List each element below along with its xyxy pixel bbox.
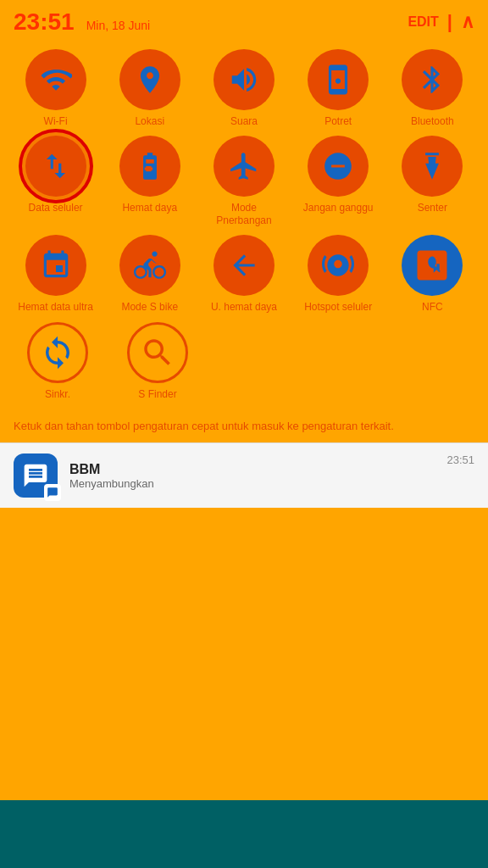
qs-row-2: Data seluler Hemat daya Mode Pnerbangan [8, 136, 480, 226]
qs-label-mode-sbike: Mode S bike [121, 301, 178, 313]
airplane-icon [228, 150, 260, 182]
qs-label-hemat-data-ultra: Hemat data ultra [18, 301, 93, 313]
qs-item-sinkr[interactable]: Sinkr. [17, 322, 98, 400]
qs-label-nfc: NFC [422, 301, 443, 313]
notif-title: BBM [69, 462, 435, 477]
qs-label-hotspot-seluler: Hotspot seluler [304, 301, 372, 313]
notif-sub: Menyambungkan [69, 477, 435, 490]
bottom-area [0, 800, 488, 868]
qs-item-nfc[interactable]: NFC [391, 235, 473, 313]
notif-content: BBM Menyambungkan [69, 462, 435, 490]
quick-settings-panel: Wi-Fi Lokasi Suara [0, 41, 488, 400]
notif-time: 23:51 [446, 453, 474, 466]
qs-item-hemat-daya[interactable]: Hemat daya [109, 136, 191, 226]
qs-item-u-hemat-daya[interactable]: U. hemat daya [203, 235, 285, 313]
flashlight-icon [416, 150, 448, 182]
qs-label-data-seluler: Data seluler [29, 202, 83, 214]
sfinder-icon [140, 335, 175, 370]
qs-label-hemat-daya: Hemat daya [122, 202, 177, 214]
bluetooth-icon [416, 64, 448, 96]
qs-item-wifi[interactable]: Wi-Fi [15, 49, 97, 127]
status-bar: 23:51 Min, 18 Juni EDIT | ∧ [0, 0, 488, 41]
qs-label-suara: Suara [230, 115, 258, 127]
qs-label-wifi: Wi-Fi [44, 115, 68, 127]
qs-item-sfinder[interactable]: S Finder [117, 322, 198, 400]
notification-card[interactable]: BBM Menyambungkan 23:51 [0, 442, 488, 508]
wifi-icon [40, 64, 72, 96]
qs-item-suara[interactable]: Suara [203, 49, 285, 127]
qs-label-mode-penerbangan: Mode Pnerbangan [203, 202, 285, 226]
qs-item-mode-sbike[interactable]: Mode S bike [109, 235, 191, 313]
portrait-icon [322, 64, 354, 96]
qs-label-bluetooth: Bluetooth [411, 115, 454, 127]
notif-badge [44, 484, 61, 501]
qs-label-potret: Potret [324, 115, 352, 127]
qs-label-lokasi: Lokasi [135, 115, 164, 127]
qs-label-sfinder: S Finder [138, 388, 176, 400]
dataultra-icon [40, 249, 72, 281]
chat-badge-icon [47, 487, 58, 498]
qs-item-mode-penerbangan[interactable]: Mode Pnerbangan [203, 136, 285, 226]
collapse-button[interactable]: ∧ [461, 11, 474, 33]
hotspot-icon [322, 249, 354, 281]
qs-row-1: Wi-Fi Lokasi Suara [8, 49, 480, 127]
status-date: Min, 18 Juni [86, 19, 150, 32]
qs-item-jangan-ganggu[interactable]: Jangan ganggu [297, 136, 379, 226]
edit-button[interactable]: EDIT [408, 14, 438, 30]
qs-label-senter: Senter [418, 202, 447, 214]
qs-item-lokasi[interactable]: Lokasi [109, 49, 191, 127]
qs-label-u-hemat-daya: U. hemat daya [211, 301, 277, 313]
qs-item-senter[interactable]: Senter [391, 136, 473, 226]
dnd-icon [322, 150, 354, 182]
qs-item-bluetooth[interactable]: Bluetooth [391, 49, 473, 127]
qs-row-4: Sinkr. S Finder [8, 322, 480, 400]
sound-icon [228, 64, 260, 96]
qs-label-sinkr: Sinkr. [45, 388, 70, 400]
sbike-icon [134, 249, 166, 281]
battery-icon [134, 150, 166, 182]
qs-row-3: Hemat data ultra Mode S bike U. hemat da… [8, 235, 480, 313]
qs-item-potret[interactable]: Potret [297, 49, 379, 127]
qs-label-jangan-ganggu: Jangan ganggu [303, 202, 374, 214]
nfc-icon [414, 248, 450, 283]
qs-item-hotspot-seluler[interactable]: Hotspot seluler [297, 235, 379, 313]
qs-item-data-seluler[interactable]: Data seluler [15, 136, 97, 226]
sync-icon [40, 335, 75, 370]
status-time: 23:51 [14, 8, 75, 36]
qs-item-hemat-data-ultra[interactable]: Hemat data ultra [15, 235, 97, 313]
hint-text: Ketuk dan tahan tombol pengaturan cepat … [0, 409, 488, 442]
uhemat-icon [228, 249, 260, 281]
data-icon [40, 150, 72, 182]
location-icon [134, 64, 166, 96]
